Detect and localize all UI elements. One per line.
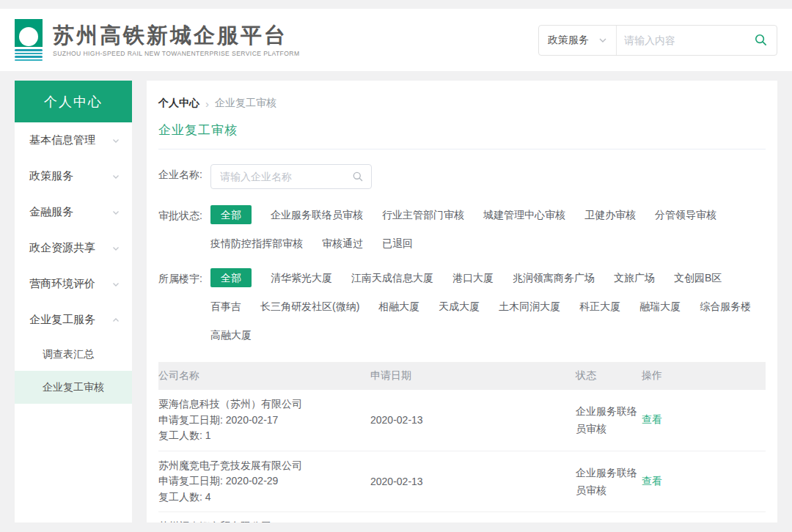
resume-date: 申请复工日期: 2020-02-29 <box>158 473 370 489</box>
status-option[interactable]: 城建管理中心审核 <box>483 205 565 224</box>
column-header-status: 状态 <box>576 369 642 383</box>
company-name-label: 企业名称: <box>158 164 210 185</box>
sidebar-item-label: 营商环境评价 <box>29 277 95 291</box>
logo-waves-icon <box>15 49 44 61</box>
apply-date-cell: 2020-02-13 <box>370 476 576 487</box>
table-body: 粟海信息科技（苏州）有限公司申请复工日期: 2020-02-17复工人数: 12… <box>158 390 766 522</box>
sidebar-item-label: 企业复工服务 <box>29 313 95 327</box>
column-header-apply-date: 申请日期 <box>370 369 576 383</box>
company-cell: 苏州魔竞电子竞技发展有限公司申请复工日期: 2020-02-29复工人数: 4 <box>158 458 370 506</box>
status-cell: 企业服务联络员审核 <box>576 402 637 437</box>
company-name: 苏州福嘉汇商贸有限公司 <box>158 519 370 522</box>
building-option[interactable]: 土木同润大厦 <box>499 297 560 316</box>
building-option[interactable]: 高融大厦 <box>210 325 252 344</box>
company-name: 粟海信息科技（苏州）有限公司 <box>158 396 370 413</box>
header-search-box: 政策服务 <box>538 25 777 56</box>
sidebar-item[interactable]: 企业复工服务 <box>15 302 132 338</box>
logo-square-icon <box>15 19 43 47</box>
status-option[interactable]: 卫健办审核 <box>584 205 636 224</box>
status-option[interactable]: 审核通过 <box>322 234 363 253</box>
brand-title-en: SUZHOU HIGH-SPEED RAIL NEW TOWANENTERPRI… <box>53 50 300 57</box>
building-option[interactable]: 港口大厦 <box>452 268 494 287</box>
brand-logo <box>15 19 44 61</box>
search-icon[interactable] <box>754 33 768 47</box>
breadcrumb-root[interactable]: 个人中心 <box>158 97 199 110</box>
chevron-down-icon <box>111 280 120 289</box>
sidebar-item[interactable]: 政策服务 <box>15 158 132 194</box>
chevron-down-icon <box>111 136 120 145</box>
table-row: 苏州魔竞电子竞技发展有限公司申请复工日期: 2020-02-29复工人数: 42… <box>158 451 766 513</box>
breadcrumb: 个人中心 › 企业复工审核 <box>158 97 766 110</box>
resume-headcount: 复工人数: 4 <box>158 489 370 506</box>
building-option[interactable]: 天成大厦 <box>439 297 480 316</box>
chevron-down-icon <box>111 244 120 253</box>
status-option[interactable]: 已退回 <box>382 234 413 253</box>
building-option[interactable]: 融瑞大厦 <box>639 297 681 316</box>
brand-text: 苏州高铁新城企服平台 SUZHOU HIGH-SPEED RAIL NEW TO… <box>53 23 300 57</box>
building-option[interactable]: 江南天成信息大厦 <box>351 268 433 287</box>
sidebar: 个人中心 基本信息管理政策服务金融服务政企资源共享营商环境评价企业复工服务调查表… <box>15 81 132 522</box>
building-option[interactable]: 清华紫光大厦 <box>271 268 332 287</box>
building-option[interactable]: 兆润领寓商务广场 <box>513 268 595 287</box>
chevron-down-icon <box>111 208 120 217</box>
top-header: 苏州高铁新城企服平台 SUZHOU HIGH-SPEED RAIL NEW TO… <box>0 9 792 71</box>
actions-cell: 查看 <box>642 413 766 426</box>
view-link[interactable]: 查看 <box>642 413 662 425</box>
sidebar-item[interactable]: 营商环境评价 <box>15 266 132 302</box>
resume-headcount: 复工人数: 1 <box>158 428 370 444</box>
building-filter-row: 所属楼宇: 全部清华紫光大厦江南天成信息大厦港口大厦兆润领寓商务广场文旅广场文创… <box>158 268 766 344</box>
sidebar-item[interactable]: 金融服务 <box>15 194 132 230</box>
sidebar-item-label: 政企资源共享 <box>29 241 95 255</box>
building-option[interactable]: 综合服务楼 <box>700 297 751 316</box>
status-filter-row: 审批状态: 全部企业服务联络员审核行业主管部门审核城建管理中心审核卫健办审核分管… <box>158 205 766 253</box>
status-option[interactable]: 全部 <box>210 205 252 224</box>
brand-title-cn: 苏州高铁新城企服平台 <box>53 23 300 48</box>
chevron-down-icon <box>598 36 607 45</box>
logo-circle-icon <box>19 27 38 46</box>
company-cell: 苏州福嘉汇商贸有限公司申请复工日期: 2020-02-13复工人数: 1 <box>158 519 370 522</box>
search-category-value: 政策服务 <box>548 34 589 47</box>
building-option[interactable]: 文旅广场 <box>614 268 655 287</box>
page-title: 企业复工审核 <box>158 122 766 138</box>
sidebar-item-label: 政策服务 <box>29 169 73 183</box>
page-layout: 个人中心 基本信息管理政策服务金融服务政企资源共享营商环境评价企业复工服务调查表… <box>15 81 777 522</box>
building-option[interactable]: 百事吉 <box>210 297 241 316</box>
sidebar-item[interactable]: 政企资源共享 <box>15 230 132 266</box>
building-options: 全部清华紫光大厦江南天成信息大厦港口大厦兆润领寓商务广场文旅广场文创园B区百事吉… <box>210 268 760 344</box>
search-icon[interactable] <box>352 171 364 182</box>
apply-date-cell: 2020-02-13 <box>370 414 576 426</box>
status-option[interactable]: 分管领导审核 <box>655 205 716 224</box>
title-divider <box>158 149 766 149</box>
sidebar-item[interactable]: 基本信息管理 <box>15 122 132 158</box>
company-input-wrap <box>210 164 372 189</box>
sidebar-menu: 基本信息管理政策服务金融服务政企资源共享营商环境评价企业复工服务调查表汇总企业复… <box>15 122 132 404</box>
breadcrumb-current: 企业复工审核 <box>215 97 276 110</box>
building-option[interactable]: 长三角研发社区(微纳) <box>260 297 359 316</box>
status-option[interactable]: 疫情防控指挥部审核 <box>210 234 303 253</box>
building-option[interactable]: 全部 <box>210 268 252 287</box>
status-options: 全部企业服务联络员审核行业主管部门审核城建管理中心审核卫健办审核分管领导审核疫情… <box>210 205 760 253</box>
search-category-select[interactable]: 政策服务 <box>539 26 617 55</box>
table-header-row: 公司名称 申请日期 状态 操作 <box>158 362 766 390</box>
company-filter-row: 企业名称: <box>158 164 766 189</box>
sidebar-subitem[interactable]: 调查表汇总 <box>15 338 132 371</box>
column-header-actions: 操作 <box>642 369 766 383</box>
company-name: 苏州魔竞电子竞技发展有限公司 <box>158 458 370 474</box>
view-link[interactable]: 查看 <box>642 475 662 487</box>
building-option[interactable]: 相融大厦 <box>378 297 419 316</box>
sidebar-subitem[interactable]: 企业复工审核 <box>15 371 132 404</box>
table-row: 苏州福嘉汇商贸有限公司申请复工日期: 2020-02-13复工人数: 12020… <box>158 512 766 522</box>
status-option[interactable]: 企业服务联络员审核 <box>271 205 363 224</box>
company-cell: 粟海信息科技（苏州）有限公司申请复工日期: 2020-02-17复工人数: 1 <box>158 396 370 444</box>
building-option[interactable]: 科正大厦 <box>579 297 620 316</box>
resume-date: 申请复工日期: 2020-02-17 <box>158 413 370 429</box>
header-search-input[interactable] <box>617 34 754 46</box>
sidebar-item-label: 金融服务 <box>29 205 73 219</box>
company-name-input[interactable] <box>219 170 352 183</box>
status-cell: 企业服务联络员审核 <box>576 464 637 499</box>
building-option[interactable]: 文创园B区 <box>674 268 722 287</box>
status-option[interactable]: 行业主管部门审核 <box>382 205 464 224</box>
main-content: 个人中心 › 企业复工审核 企业复工审核 企业名称: 审批状态: 全部企业服务联… <box>147 81 777 522</box>
column-header-company: 公司名称 <box>158 369 370 383</box>
breadcrumb-separator-icon: › <box>205 97 209 110</box>
